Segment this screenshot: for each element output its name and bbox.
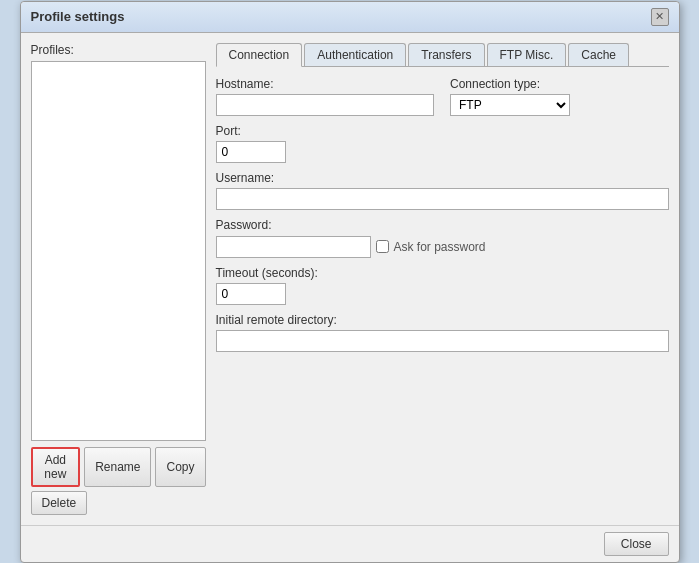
hostname-input[interactable]: [216, 94, 435, 116]
port-input[interactable]: [216, 141, 286, 163]
tab-bar: Connection Authentication Transfers FTP …: [216, 43, 669, 67]
timeout-group: Timeout (seconds):: [216, 266, 669, 305]
title-bar: Profile settings ✕: [21, 2, 679, 33]
password-row: Ask for password: [216, 236, 669, 258]
hostname-label: Hostname:: [216, 77, 435, 91]
copy-button[interactable]: Copy: [155, 447, 205, 487]
ask-for-password-checkbox[interactable]: [376, 240, 389, 253]
right-panel: Connection Authentication Transfers FTP …: [216, 43, 669, 515]
ask-for-password-label: Ask for password: [394, 240, 486, 254]
profiles-list[interactable]: [31, 61, 206, 441]
initial-remote-dir-input[interactable]: [216, 330, 669, 352]
dialog-body: Profiles: Add new Rename Copy Delete Con…: [21, 33, 679, 525]
tab-cache[interactable]: Cache: [568, 43, 629, 66]
profile-settings-dialog: Profile settings ✕ Profiles: Add new Ren…: [20, 1, 680, 563]
tab-connection[interactable]: Connection: [216, 43, 303, 67]
close-button[interactable]: Close: [604, 532, 669, 556]
profiles-label: Profiles:: [31, 43, 206, 57]
password-group: Password: Ask for password: [216, 218, 669, 258]
connection-type-label: Connection type:: [450, 77, 669, 91]
password-label: Password:: [216, 218, 669, 232]
connection-tab-content: Hostname: Connection type: FTP FTPS SFTP…: [216, 77, 669, 360]
username-group: Username:: [216, 171, 669, 210]
username-input[interactable]: [216, 188, 669, 210]
close-icon[interactable]: ✕: [651, 8, 669, 26]
port-group: Port:: [216, 124, 669, 163]
connection-type-select[interactable]: FTP FTPS SFTP HTTP: [450, 94, 570, 116]
add-new-button[interactable]: Add new: [31, 447, 81, 487]
left-buttons-row2: Delete: [31, 491, 206, 515]
delete-button[interactable]: Delete: [31, 491, 88, 515]
tab-authentication[interactable]: Authentication: [304, 43, 406, 66]
bottom-bar: Close: [21, 525, 679, 562]
timeout-label: Timeout (seconds):: [216, 266, 669, 280]
port-label: Port:: [216, 124, 669, 138]
timeout-input[interactable]: [216, 283, 286, 305]
left-buttons-row1: Add new Rename Copy: [31, 447, 206, 487]
password-input[interactable]: [216, 236, 371, 258]
left-panel: Profiles: Add new Rename Copy Delete: [31, 43, 206, 515]
initial-remote-dir-label: Initial remote directory:: [216, 313, 669, 327]
initial-remote-dir-group: Initial remote directory:: [216, 313, 669, 352]
dialog-title: Profile settings: [31, 9, 125, 24]
hostname-col: Hostname:: [216, 77, 435, 116]
connection-type-col: Connection type: FTP FTPS SFTP HTTP: [450, 77, 669, 116]
tab-ftp-misc[interactable]: FTP Misc.: [487, 43, 567, 66]
username-label: Username:: [216, 171, 669, 185]
rename-button[interactable]: Rename: [84, 447, 151, 487]
tab-transfers[interactable]: Transfers: [408, 43, 484, 66]
hostname-connection-row: Hostname: Connection type: FTP FTPS SFTP…: [216, 77, 669, 116]
